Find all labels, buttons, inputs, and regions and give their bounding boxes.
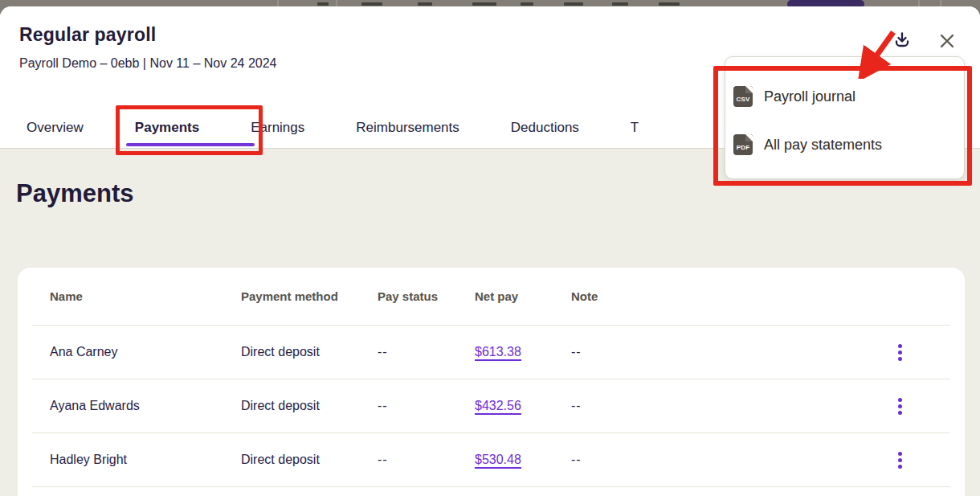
column-header-note: Note	[571, 289, 849, 303]
tab-taxes-partial[interactable]: T	[631, 120, 639, 136]
tab-payments[interactable]: Payments	[135, 120, 199, 136]
menu-item-all-pay-statements[interactable]: PDF All pay statements	[725, 121, 964, 169]
employee-name: Hadley Bright	[50, 453, 241, 467]
table-header-row: Name Payment method Pay status Net pay N…	[18, 268, 965, 326]
menu-item-label: All pay statements	[764, 137, 882, 154]
column-header-name: Name	[50, 289, 241, 303]
download-button[interactable]	[888, 27, 916, 55]
employee-name: Ayana Edwards	[50, 399, 241, 413]
note: --	[571, 345, 849, 359]
net-pay-link[interactable]: $432.56	[475, 399, 521, 415]
employee-name: Ana Carney	[50, 345, 241, 359]
modal-subtitle: Payroll Demo – 0ebb | Nov 11 – Nov 24 20…	[19, 56, 277, 71]
row-actions-menu-button[interactable]	[893, 447, 907, 473]
modal-title: Regular payroll	[19, 24, 156, 46]
kebab-icon	[898, 398, 902, 402]
menu-item-payroll-journal[interactable]: CSV Payroll journal	[725, 72, 964, 121]
csv-file-icon: CSV	[733, 86, 753, 107]
pay-status: --	[378, 399, 475, 413]
note: --	[571, 399, 849, 413]
pay-status: --	[378, 453, 475, 467]
net-pay-link[interactable]: $613.38	[475, 345, 521, 361]
table-row: Ana Carney Direct deposit -- $613.38 --	[18, 326, 965, 379]
note: --	[571, 453, 849, 467]
tab-earnings[interactable]: Earnings	[251, 120, 304, 136]
row-actions-menu-button[interactable]	[893, 339, 907, 366]
page-title: Payments	[16, 179, 133, 208]
payment-method: Direct deposit	[241, 399, 378, 413]
menu-item-label: Payroll journal	[764, 88, 855, 105]
pdf-file-icon: PDF	[733, 134, 753, 155]
tab-reimbursements[interactable]: Reimbursements	[356, 120, 459, 136]
close-button[interactable]	[934, 29, 960, 55]
payment-method: Direct deposit	[241, 453, 378, 467]
tab-deductions[interactable]: Deductions	[511, 120, 579, 136]
payment-method: Direct deposit	[241, 345, 378, 359]
payments-table: Name Payment method Pay status Net pay N…	[18, 268, 965, 496]
payroll-details-modal: Regular payroll Payroll Demo – 0ebb | No…	[0, 6, 980, 496]
column-header-pay-status: Pay status	[378, 289, 475, 303]
net-pay-link[interactable]: $530.48	[475, 453, 521, 469]
close-icon	[938, 32, 956, 52]
table-row: Ayana Edwards Direct deposit -- $432.56 …	[18, 379, 965, 433]
download-icon	[892, 31, 912, 52]
kebab-icon	[898, 452, 902, 456]
tab-overview[interactable]: Overview	[27, 120, 84, 136]
column-header-net-pay: Net pay	[475, 289, 571, 303]
table-row: Hadley Bright Direct deposit -- $530.48 …	[18, 433, 965, 487]
row-actions-menu-button[interactable]	[893, 393, 907, 420]
pay-status: --	[378, 345, 475, 359]
payments-panel: Payments Name Payment method Pay status …	[0, 149, 980, 496]
tab-bar: Overview Payments Earnings Reimbursement…	[27, 116, 639, 140]
download-menu: CSV Payroll journal PDF All pay statemen…	[725, 56, 965, 179]
active-tab-indicator	[126, 143, 255, 146]
kebab-icon	[898, 344, 902, 348]
column-header-payment-method: Payment method	[241, 289, 378, 303]
